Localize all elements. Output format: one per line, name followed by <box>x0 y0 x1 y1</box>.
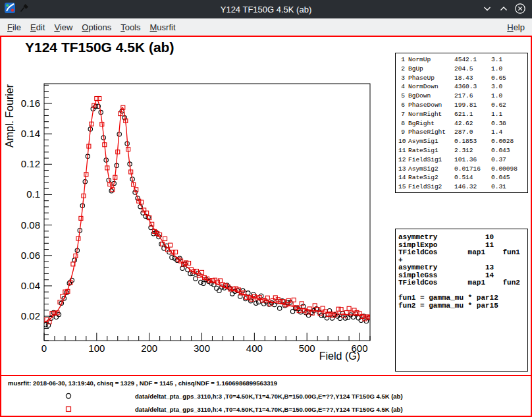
param-error: 3.1 <box>491 55 527 65</box>
menu-item-view[interactable]: View <box>49 20 77 35</box>
param-name: BgDown <box>408 92 454 101</box>
y-tick-label: 0.04 <box>21 280 40 291</box>
param-row: 10AsymSig10.18530.0028 <box>398 137 527 146</box>
pushpin-icon[interactable] <box>20 3 29 15</box>
x-tick-label: 100 <box>88 343 105 354</box>
param-name: AsymSig2 <box>408 165 454 174</box>
menu-item-edit[interactable]: Edit <box>26 20 49 35</box>
param-num: 4 <box>398 82 408 92</box>
menu-item-musrfit[interactable]: Musrfit <box>146 20 180 35</box>
menu-item-file[interactable]: File <box>3 20 26 35</box>
menu-item-tools[interactable]: Tools <box>116 20 145 35</box>
param-error: 3.0 <box>491 82 527 92</box>
param-value: 4360.3 <box>454 82 491 92</box>
y-axis-title: Ampl. Fourier <box>4 84 15 148</box>
param-value: 0.01716 <box>454 165 491 174</box>
plot-title: Y124 TF150G 4.5K (ab) <box>25 40 174 55</box>
open-circle-icon <box>65 392 72 400</box>
data-series-h3 <box>43 104 371 327</box>
param-row: 3PhaseUp18.430.65 <box>398 74 527 83</box>
param-row: 6PhaseDown199.810.62 <box>398 101 527 110</box>
param-num: 7 <box>398 110 408 119</box>
param-num: 8 <box>398 119 408 128</box>
param-name: NormRight <box>408 110 454 119</box>
x-tick-label: 500 <box>299 343 315 354</box>
legend-label: data/deltat_pta_gps_3110,h:3 ,T0=4.50K,T… <box>135 393 403 400</box>
y-tick-label: 0.16 <box>21 97 40 109</box>
param-row: 11RateSig12.3120.043 <box>398 146 527 155</box>
fourier-plot[interactable]: 01002003004005006000.020.040.060.080.10.… <box>1 70 391 373</box>
open-square-icon <box>65 405 72 413</box>
param-value: 199.81 <box>454 101 491 110</box>
param-error: 0.043 <box>491 146 527 155</box>
param-value: 287.0 <box>454 128 491 137</box>
fit-curve <box>44 100 370 322</box>
param-error: 1.4 <box>491 128 527 137</box>
param-value: 0.1853 <box>454 137 491 146</box>
theory-line: asymmetry 13 <box>398 264 525 272</box>
param-error: 1.1 <box>491 110 527 119</box>
y-tick-label: 0.1 <box>26 188 40 200</box>
theory-line: TFieldCos map1 fun1 <box>398 249 525 257</box>
param-value: 18.43 <box>454 74 491 83</box>
param-value: 4542.1 <box>454 55 491 65</box>
window-title: Y124 TF150G 4.5K (ab) <box>0 5 532 14</box>
param-name: PhaseUp <box>408 74 454 83</box>
param-row: 5BgDown217.61.0 <box>398 92 527 101</box>
param-value: 217.6 <box>454 92 491 101</box>
theory-line: TFieldCos map1 fun2 <box>398 279 525 287</box>
parameter-box: 1NormUp4542.13.12BgUp204.51.03PhaseUp18.… <box>395 53 528 193</box>
y-tick-label: 0.14 <box>21 128 40 139</box>
param-error: 0.0028 <box>491 137 527 146</box>
param-num: 12 <box>398 155 408 165</box>
param-name: NormUp <box>408 55 454 65</box>
param-value: 2.312 <box>454 146 491 155</box>
param-row: 9PhaseRight287.01.4 <box>398 128 527 137</box>
param-value: 146.32 <box>454 182 491 192</box>
param-name: RateSig2 <box>408 173 454 182</box>
menu-item-help[interactable]: Help <box>502 20 529 35</box>
param-num: 5 <box>398 92 408 101</box>
titlebar[interactable]: Y124 TF150G 4.5K (ab) <box>0 0 532 18</box>
param-name: FieldSig2 <box>408 182 454 192</box>
param-num: 14 <box>398 173 408 182</box>
parameter-rows: 1NormUp4542.13.12BgUp204.51.03PhaseUp18.… <box>398 55 527 192</box>
param-row: 7NormRight621.11.1 <box>398 110 527 119</box>
param-num: 2 <box>398 65 408 74</box>
param-error: 0.65 <box>491 74 527 83</box>
param-row: 14RateSig20.5140.045 <box>398 173 527 182</box>
param-error: 0.00098 <box>491 165 527 174</box>
param-name: FieldSig1 <box>408 155 454 165</box>
param-error: 1.0 <box>491 65 527 74</box>
param-error: 0.045 <box>491 173 527 182</box>
x-tick-label: 400 <box>246 343 263 354</box>
root-canvas[interactable]: Y124 TF150G 4.5K (ab) 010020030040050060… <box>0 36 532 417</box>
param-num: 15 <box>398 182 408 192</box>
maximize-button[interactable] <box>498 3 510 15</box>
param-error: 1.0 <box>491 92 527 101</box>
close-button[interactable] <box>514 3 526 15</box>
param-value: 204.5 <box>454 65 491 74</box>
param-value: 101.36 <box>454 155 491 165</box>
param-num: 11 <box>398 146 408 155</box>
chevron-down-icon <box>482 3 492 16</box>
theory-line: fun2 = gamma_mu * par15 <box>398 302 525 310</box>
param-value: 621.1 <box>454 110 491 119</box>
param-name: BgUp <box>408 65 454 74</box>
app-window: { "window": { "title": "Y124 TF150G 4.5K… <box>0 0 532 417</box>
x-tick-label: 0 <box>41 343 47 354</box>
close-circle-icon <box>514 3 526 16</box>
root-app-icon <box>5 3 15 16</box>
param-row: 1NormUp4542.13.1 <box>398 55 527 65</box>
param-name: RateSig1 <box>408 146 454 155</box>
param-row: 15FieldSig2146.320.31 <box>398 182 527 192</box>
data-series-h4 <box>45 97 372 324</box>
param-num: 6 <box>398 101 408 110</box>
param-row: 12FieldSig1101.360.37 <box>398 155 527 165</box>
menu-item-options[interactable]: Options <box>77 20 116 35</box>
param-value: 0.514 <box>454 173 491 182</box>
param-error: 0.31 <box>491 182 527 192</box>
param-row: 4NormDown4360.33.0 <box>398 82 527 92</box>
minimize-button[interactable] <box>481 3 493 15</box>
legend-row: data/deltat_pta_gps_3110,h:3 ,T0=4.50K,T… <box>1 389 531 403</box>
